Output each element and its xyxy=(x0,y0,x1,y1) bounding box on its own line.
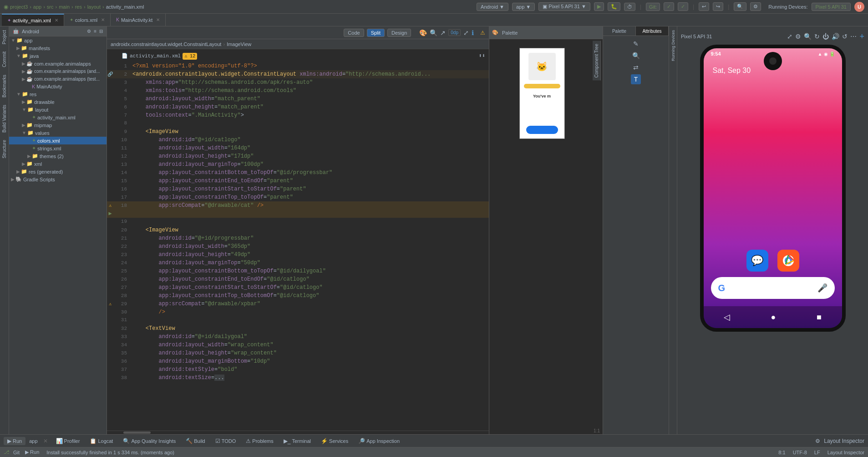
magnify-icon[interactable]: 🔍 xyxy=(430,29,437,36)
problems-btn[interactable]: ⚠ Problems xyxy=(242,437,277,445)
tree-item-gradle[interactable]: ▶ 🐘 Gradle Scripts xyxy=(9,175,107,183)
palette-icon[interactable]: 🎨 xyxy=(419,29,427,36)
phone-power-icon[interactable]: ⏻ xyxy=(822,33,829,40)
bottom-layout-inspector[interactable]: Layout Inspector xyxy=(824,438,864,444)
profiler-tool-btn[interactable]: 📊 Profiler xyxy=(52,437,84,445)
panel-btn-1[interactable]: ✎ xyxy=(631,39,641,49)
panel-btn-3[interactable]: ⇄ xyxy=(631,62,641,72)
phone-app-messages[interactable]: 💬 xyxy=(746,250,768,272)
tree-item-xml[interactable]: ▶ 📁 xml xyxy=(9,160,107,168)
bottom-settings-icon[interactable]: ⚙ xyxy=(815,438,820,444)
tree-item-strings-xml[interactable]: ▶ ✦ strings.xml xyxy=(9,144,107,152)
phone-recents-btn[interactable]: ■ xyxy=(817,313,822,322)
vtab-structure[interactable]: Structure xyxy=(0,136,9,162)
services-btn[interactable]: ⚡ Services xyxy=(317,437,352,445)
code-editor[interactable]: 📄 activity_main.xml ⚠ 12 ⬆ ⬇ 1 <?xml ver… xyxy=(107,49,489,431)
sidebar-filter-icon[interactable]: ≡ xyxy=(94,29,96,34)
tree-item-activity-xml[interactable]: ▶ ✦ activity_main.xml xyxy=(9,113,107,121)
phone-more-icon[interactable]: ⋯ xyxy=(850,33,857,40)
tree-item-res-generated[interactable]: ▶ 📁 res (generated) xyxy=(9,168,107,175)
code-view-btn[interactable]: Code xyxy=(344,29,364,37)
app-inspection-btn[interactable]: 🔎 App Inspection xyxy=(355,437,403,445)
phone-add-icon[interactable]: + xyxy=(859,32,864,41)
tree-item-mainactivity[interactable]: ▶ K MainActivty xyxy=(9,83,107,90)
bc-app[interactable]: app xyxy=(33,4,41,10)
bc-res[interactable]: res xyxy=(75,4,82,10)
tree-item-layout[interactable]: ▼ 📁 layout xyxy=(9,106,107,113)
vtab-build-variants[interactable]: Build Variants xyxy=(0,101,9,136)
run-button[interactable]: ▶ xyxy=(594,2,604,11)
tab-colors[interactable]: ✦ colors.xml ✕ xyxy=(64,14,111,26)
phone-rotate-icon[interactable]: ↻ xyxy=(814,33,820,40)
redo-button[interactable]: ↪ xyxy=(713,2,723,11)
debug-button[interactable]: 🐛 xyxy=(608,2,620,11)
app-quality-btn[interactable]: 🔍 App Quality Insights xyxy=(119,437,179,445)
git-check[interactable]: ✓ xyxy=(664,2,674,11)
bc-file[interactable]: activity_main.xml xyxy=(106,4,144,10)
sidebar-collapse-icon[interactable]: ⊟ xyxy=(99,29,103,34)
vtab-running-devices[interactable]: Running Devices xyxy=(669,26,677,65)
vtab-commit[interactable]: Commit xyxy=(0,48,9,71)
profile-button[interactable]: ⏱ xyxy=(624,3,635,11)
logcat-tool-btn[interactable]: 📋 Logcat xyxy=(86,437,117,445)
design-view-btn[interactable]: Design xyxy=(387,29,411,37)
todo-btn[interactable]: ☑ TODO xyxy=(212,437,240,445)
tree-item-res[interactable]: ▼ 📁 res xyxy=(9,90,107,98)
tree-item-themes[interactable]: ▶ 📁 themes (2) xyxy=(9,152,107,160)
bc-layout[interactable]: layout xyxy=(87,4,101,10)
phone-home-btn[interactable]: ● xyxy=(771,313,776,322)
git-branch-status[interactable]: Git xyxy=(13,450,20,455)
bc-src[interactable]: src xyxy=(47,4,54,10)
undo-button[interactable]: ↩ xyxy=(699,2,709,11)
tree-item-colors-xml[interactable]: ▶ ✦ colors.xml xyxy=(9,137,107,144)
phone-mic-icon[interactable]: 🎤 xyxy=(817,283,827,293)
tree-item-mipmap[interactable]: ▶ 📁 mipmap xyxy=(9,121,107,129)
tab-activity-main[interactable]: ✦ activity_main.xml ✕ xyxy=(2,14,64,26)
expand-all-icon[interactable]: ⬇ xyxy=(482,52,485,60)
vtab-project[interactable]: Project xyxy=(0,26,9,48)
panel-btn-2[interactable]: 🔍 xyxy=(631,51,641,61)
run-tool-btn[interactable]: ▶ Run xyxy=(4,437,25,445)
tree-item-manifests[interactable]: ▶ 📁 manifests xyxy=(9,44,107,52)
phone-back-btn[interactable]: ◁ xyxy=(724,312,730,322)
run-status-icon[interactable]: ▶ Run xyxy=(25,449,39,455)
phone-zoom-icon[interactable]: 🔍 xyxy=(804,33,812,40)
sidebar-gear-icon[interactable]: ⚙ xyxy=(87,29,91,34)
gear-button[interactable]: ⚙ xyxy=(750,2,761,11)
device-dropdown[interactable]: ▣ Pixel 5 API 31 ▼ xyxy=(538,2,590,11)
git-button[interactable]: Git: xyxy=(646,3,660,11)
tree-item-app[interactable]: ▼ 📁 app xyxy=(9,36,107,44)
cursor-icon[interactable]: ↗ xyxy=(440,29,446,36)
bc-constraint-layout[interactable]: androidx.constraintlayout.widget.Constra… xyxy=(111,41,221,47)
close-tab-mainactivity[interactable]: ✕ xyxy=(156,17,160,22)
tree-item-pkg1[interactable]: ▶ ☕ com.example.animalapps xyxy=(9,60,107,67)
bc-project[interactable]: project3 xyxy=(10,4,28,10)
component-tree-label[interactable]: Component Tree xyxy=(593,41,601,81)
terminal-btn[interactable]: ▶_ Terminal xyxy=(280,437,315,445)
user-avatar[interactable]: U xyxy=(854,2,864,12)
close-tab-colors[interactable]: ✕ xyxy=(101,17,105,22)
split-view-btn[interactable]: Split xyxy=(367,29,385,37)
phone-volume-icon[interactable]: 🔊 xyxy=(832,33,839,40)
vtab-bookmarks[interactable]: Bookmarks xyxy=(0,71,9,101)
palette-toggle[interactable]: 🎨 xyxy=(492,30,498,36)
tree-item-drawable[interactable]: ▶ 📁 drawable xyxy=(9,98,107,106)
phone-refresh-icon[interactable]: ↺ xyxy=(842,33,848,40)
collapse-all-icon[interactable]: ⬆ xyxy=(479,52,482,60)
line18-run-icon[interactable]: ▶ xyxy=(107,211,113,217)
info-icon[interactable]: ℹ xyxy=(472,29,474,36)
phone-expand-icon[interactable]: ⤢ xyxy=(787,33,792,40)
tree-item-values[interactable]: ▼ 📁 values xyxy=(9,129,107,137)
close-tab-activity-main[interactable]: ✕ xyxy=(55,18,58,23)
bc-imageview[interactable]: ImageView xyxy=(227,41,251,47)
android-dropdown[interactable]: Android ▼ xyxy=(477,3,508,11)
phone-app-chrome[interactable] xyxy=(777,250,799,272)
transform-icon[interactable]: ⤢ xyxy=(463,29,469,36)
git-branch[interactable]: ✓ xyxy=(678,2,688,11)
phone-settings-icon[interactable]: ⚙ xyxy=(795,33,801,40)
build-btn[interactable]: 🔨 Build xyxy=(182,437,208,445)
running-device-select[interactable]: Pixel 5 API 31 xyxy=(812,3,851,11)
phone-search-bar[interactable]: G 🎤 xyxy=(711,277,835,299)
bc-main[interactable]: main xyxy=(59,4,70,10)
panel-btn-4[interactable]: T xyxy=(631,74,641,84)
